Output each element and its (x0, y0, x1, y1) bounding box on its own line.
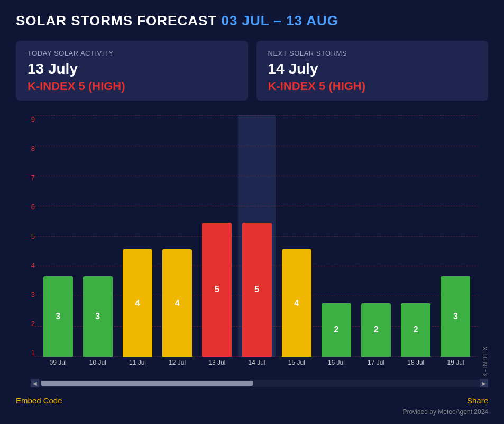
chart-inner: 33445542223 09 Jul10 Jul11 Jul12 Jul13 J… (35, 115, 479, 377)
y-label-4: 4 (31, 261, 35, 269)
today-card-label: TODAY SOLAR ACTIVITY (28, 49, 236, 57)
bar-14-jul: 5 (242, 223, 272, 357)
provided-by: Provided by MeteoAgent 2024 (16, 408, 488, 416)
x-label-19-jul: 19 Jul (437, 357, 474, 377)
scrollbar-track[interactable] (39, 380, 480, 387)
bar-11-jul: 4 (123, 249, 152, 357)
bottom-bar: Embed Code Share (16, 394, 488, 405)
next-card-label: NEXT SOLAR STORMS (268, 49, 477, 57)
y-label-9: 9 (31, 115, 35, 123)
bar-16-jul: 2 (322, 303, 351, 357)
bar-13-jul: 5 (202, 223, 232, 357)
scrollbar-left-arrow[interactable]: ◀ (31, 379, 39, 387)
bar-12-jul: 4 (162, 249, 192, 357)
x-label-11-jul: 11 Jul (118, 357, 156, 377)
y-label-7: 7 (31, 174, 35, 182)
k-index-axis-label: K-INDEX (480, 346, 488, 377)
x-label-18-jul: 18 Jul (397, 357, 435, 377)
bar-group-18-jul: 2 (397, 115, 435, 357)
today-card: TODAY SOLAR ACTIVITY 13 July K-INDEX 5 (… (16, 41, 248, 101)
info-cards: TODAY SOLAR ACTIVITY 13 July K-INDEX 5 (… (16, 41, 488, 101)
bar-group-13-jul: 5 (198, 115, 236, 357)
next-card: NEXT SOLAR STORMS 14 July K-INDEX 5 (HIG… (256, 41, 489, 101)
y-label-3: 3 (31, 291, 35, 299)
y-label-5: 5 (31, 232, 35, 240)
main-container: SOLAR STORMS FORECAST 03 JUL – 13 AUG TO… (0, 0, 504, 424)
scrollbar-right-arrow[interactable]: ▶ (480, 379, 488, 387)
grid-and-bars: 33445542223 09 Jul10 Jul11 Jul12 Jul13 J… (35, 115, 479, 377)
scrollbar-area: ◀ ▶ (16, 379, 488, 387)
bar-09-jul: 3 (43, 276, 73, 357)
chart-wrapper: 9 8 7 6 5 4 3 2 1 (16, 115, 488, 377)
next-kindex-label: K-INDEX 5 (268, 79, 326, 93)
bar-group-19-jul: 3 (437, 115, 474, 357)
today-card-date: 13 July (28, 60, 236, 77)
title-prefix: SOLAR STORMS FORECAST (16, 13, 221, 29)
x-label-13-jul: 13 Jul (198, 357, 236, 377)
x-label-14-jul: 14 Jul (238, 357, 276, 377)
title-dates: 03 JUL – 13 AUG (221, 13, 338, 29)
scrollbar-thumb[interactable] (41, 381, 253, 386)
x-label-12-jul: 12 Jul (159, 357, 196, 377)
y-label-1: 1 (31, 349, 35, 357)
embed-code-button[interactable]: Embed Code (16, 396, 62, 405)
y-label-8: 8 (31, 145, 35, 152)
x-label-15-jul: 15 Jul (278, 357, 315, 377)
y-label-2: 2 (31, 320, 35, 328)
bars-container: 33445542223 (35, 115, 479, 357)
x-label-17-jul: 17 Jul (358, 357, 395, 377)
bar-17-jul: 2 (361, 303, 391, 357)
page-title: SOLAR STORMS FORECAST 03 JUL – 13 AUG (16, 13, 488, 29)
bar-group-12-jul: 4 (159, 115, 196, 357)
x-label-16-jul: 16 Jul (317, 357, 355, 377)
today-kindex-severity: (HIGH) (88, 79, 125, 93)
today-kindex-label: K-INDEX 5 (28, 79, 85, 93)
bar-19-jul: 3 (441, 276, 470, 357)
bar-group-17-jul: 2 (358, 115, 395, 357)
today-card-kindex: K-INDEX 5 (HIGH) (28, 79, 236, 93)
bar-group-14-jul: 5 (238, 115, 276, 357)
y-label-6: 6 (31, 203, 35, 211)
bar-group-09-jul: 3 (39, 115, 77, 357)
bar-10-jul: 3 (83, 276, 113, 357)
bar-group-10-jul: 3 (79, 115, 116, 357)
bar-18-jul: 2 (401, 303, 430, 357)
bar-group-16-jul: 2 (317, 115, 355, 357)
x-axis-labels: 09 Jul10 Jul11 Jul12 Jul13 Jul14 Jul15 J… (35, 357, 479, 377)
next-card-date: 14 July (268, 60, 477, 77)
x-label-09-jul: 09 Jul (39, 357, 77, 377)
bar-group-11-jul: 4 (118, 115, 156, 357)
chart-area: 9 8 7 6 5 4 3 2 1 (16, 115, 488, 387)
next-card-kindex: K-INDEX 5 (HIGH) (268, 79, 477, 93)
share-button[interactable]: Share (467, 396, 488, 405)
bar-15-jul: 4 (282, 249, 311, 357)
x-label-10-jul: 10 Jul (79, 357, 116, 377)
next-kindex-severity: (HIGH) (328, 79, 365, 93)
bar-group-15-jul: 4 (278, 115, 315, 357)
